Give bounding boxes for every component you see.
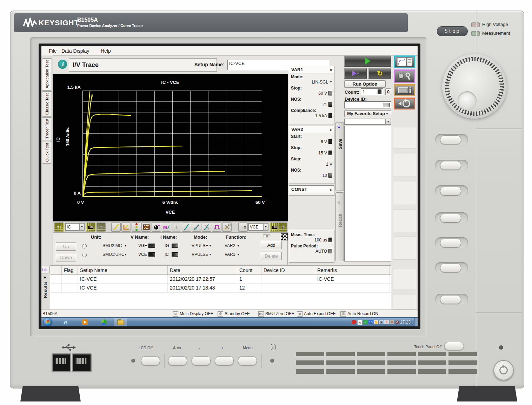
tray-intel-icon[interactable]: 10 <box>368 320 373 324</box>
col-flag[interactable]: Flag <box>62 266 78 274</box>
count-zero-button[interactable]: 0 <box>385 88 391 95</box>
add-y-trace-icon[interactable]: + <box>96 223 106 232</box>
minus-button[interactable] <box>192 356 211 365</box>
tools-icon[interactable] <box>222 223 232 232</box>
menu-help[interactable]: Help <box>101 48 111 54</box>
menu-file[interactable]: File <box>49 48 57 54</box>
stop-button[interactable]: Stop <box>437 26 468 36</box>
plus-button[interactable] <box>215 356 234 365</box>
unit-value[interactable]: SMU2:MC <box>102 243 122 248</box>
const-header[interactable]: CONST» <box>289 186 334 193</box>
tab-tracer-test[interactable]: Tracer Test <box>42 117 52 140</box>
count-input[interactable]: 1 <box>361 88 383 95</box>
touch-panel-off-button[interactable] <box>444 342 464 350</box>
col-count[interactable]: Count <box>237 266 261 274</box>
configuration-button[interactable] <box>394 69 415 83</box>
tray-touch-icon[interactable]: ✋ <box>374 320 378 324</box>
softkey-6[interactable] <box>440 264 461 272</box>
zoom-select-icon[interactable] <box>121 223 131 232</box>
tray-display-icon[interactable]: ▣ <box>379 320 384 324</box>
tray-pin-icon[interactable] <box>352 320 356 324</box>
x-axis-icon[interactable]: →x <box>238 223 248 232</box>
instrument-panel-button[interactable] <box>394 84 415 96</box>
explorer-taskbar-button[interactable] <box>114 318 127 326</box>
collapse-chevron-icon[interactable]: » <box>328 188 334 190</box>
keyboard-icon[interactable] <box>172 252 178 257</box>
smu-zero-status[interactable]: ▶0SMU Zero OFF <box>258 311 294 317</box>
mode-value[interactable]: LIN-SGL▼ <box>289 79 334 85</box>
dropdown-icon[interactable]: ▼ <box>237 244 240 247</box>
keyboard-icon[interactable] <box>148 252 155 257</box>
auto-export-status[interactable]: ≣Auto Export OFF <box>297 311 335 317</box>
tray-language-icon[interactable]: A <box>357 320 363 325</box>
x-trace-select[interactable]: VCE <box>248 223 263 231</box>
display-mode-button[interactable] <box>394 55 415 68</box>
channel-radio-1[interactable] <box>82 244 87 248</box>
col-remarks[interactable]: Remarks <box>315 266 390 274</box>
collapse-chevron-icon[interactable]: » <box>328 69 334 71</box>
favorite-setup-select[interactable]: ▼ <box>344 119 391 125</box>
run-option-button[interactable]: Run Option <box>344 80 386 88</box>
dropdown-icon[interactable]: ▼ <box>237 253 240 256</box>
compliance-value[interactable]: 1.5 kA <box>289 113 334 118</box>
zoom-in-icon[interactable] <box>152 223 161 232</box>
film-strip-icon[interactable] <box>141 223 151 232</box>
mode-value[interactable]: VPULSE <box>192 243 208 248</box>
knob-dimple[interactable] <box>458 91 477 110</box>
down-button[interactable]: Down <box>56 253 76 261</box>
dropdown-icon[interactable]: ▼ <box>124 244 127 247</box>
softkey-7[interactable] <box>440 295 461 304</box>
tangent-fit-icon[interactable] <box>192 223 201 232</box>
var1-header[interactable]: VAR1» <box>289 66 334 73</box>
softkey-3[interactable] <box>440 187 461 195</box>
maximize-results-icon[interactable]: « <box>42 266 49 273</box>
show-desktop-button[interactable] <box>414 318 418 326</box>
keyboard-icon[interactable] <box>148 244 155 248</box>
stoplight-icon[interactable] <box>132 223 141 232</box>
standby-button[interactable] <box>394 98 415 109</box>
tray-mute-icon[interactable]: 🔇 <box>395 320 399 324</box>
run-button[interactable] <box>344 55 391 67</box>
y-scale-lin-icon[interactable]: LIN <box>86 223 95 232</box>
results-expand-arrow[interactable]: ▶ <box>44 275 46 279</box>
device-id-input[interactable] <box>344 101 391 108</box>
menu-data-display[interactable]: Data Display <box>61 48 89 54</box>
result-row[interactable]: IC-VCE 2012/02/20 17:18:48 12 <box>50 284 391 292</box>
standby-status[interactable]: ⏼Standby OFF <box>218 311 250 317</box>
pulse-view-icon[interactable] <box>212 223 221 232</box>
checker-icon[interactable] <box>281 233 288 240</box>
results-tab[interactable]: Results <box>43 281 47 298</box>
favorite-setup-button[interactable]: My Favorite Setup▼ <box>344 110 391 117</box>
up-button[interactable]: Up <box>56 242 76 251</box>
y-axis-icon[interactable]: Y↑ <box>54 223 64 232</box>
save-bar[interactable]: » Save <box>335 122 344 191</box>
taskbar-clock[interactable]: 17:23 <box>400 320 411 325</box>
x-trace-dropdown-icon[interactable]: ▼ <box>263 223 268 231</box>
tab-quick-test[interactable]: Quick Test <box>42 141 52 164</box>
x-scale-lin-icon[interactable]: LIN <box>270 223 279 232</box>
start-value[interactable]: 6 V <box>289 139 334 144</box>
collapse-chevron-icon[interactable]: » <box>328 128 334 130</box>
result-row[interactable]: IC-VCE 2012/02/20 17:22:57 1 IC-VCE <box>50 275 391 284</box>
dropdown-icon[interactable]: ▼ <box>124 253 127 256</box>
media-player-taskbar-icon[interactable] <box>82 319 88 325</box>
menu-button[interactable] <box>238 356 257 365</box>
auto-record-status[interactable]: ☒Auto Record ON <box>340 311 378 317</box>
softkey-1[interactable] <box>440 135 461 144</box>
mode-value[interactable]: VPULSE <box>192 252 208 257</box>
col-setup-name[interactable]: Setup Name <box>78 266 168 274</box>
nos-value[interactable]: 10 <box>289 173 334 178</box>
power-button[interactable] <box>493 360 514 380</box>
favorite-setup-list[interactable] <box>344 126 391 261</box>
softkey-4[interactable] <box>440 214 461 223</box>
dropdown-icon[interactable]: ▼ <box>209 253 212 256</box>
auto-button[interactable] <box>168 356 187 365</box>
keyboard-icon[interactable] <box>172 244 178 248</box>
regression-fit-icon[interactable] <box>202 223 211 232</box>
nos-value[interactable]: 21 <box>289 102 334 107</box>
y-trace-dropdown-icon[interactable]: ▼ <box>79 223 85 231</box>
marker-icon[interactable]: M <box>162 223 171 232</box>
col-date[interactable]: Date <box>168 266 237 274</box>
stop-value[interactable]: 60 V <box>289 91 334 96</box>
var2-header[interactable]: VAR2» <box>289 126 334 133</box>
